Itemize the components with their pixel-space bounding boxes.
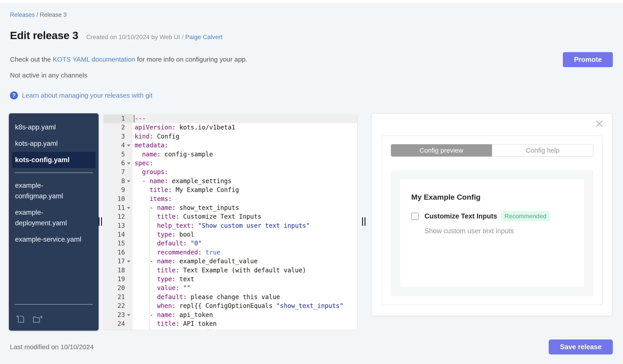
code-cell[interactable]: type: bool xyxy=(133,230,357,239)
code-cell[interactable]: - name: api_token xyxy=(133,311,357,319)
created-by-link[interactable]: Paige Calvert xyxy=(185,34,222,40)
git-releases-link[interactable]: ? Learn about managing your releases wit… xyxy=(10,91,152,99)
fold-arrow-icon[interactable] xyxy=(127,162,131,164)
fold-arrow-icon[interactable] xyxy=(127,144,131,147)
code-line: 21 default: please change this value xyxy=(104,293,357,302)
code-line: 5 name: config-sample xyxy=(104,150,357,159)
code-cell[interactable]: type: text xyxy=(133,275,357,283)
code-cell[interactable]: type: password xyxy=(133,328,357,330)
config-preview-card: Config previewConfig help My Example Con… xyxy=(382,136,602,305)
close-icon xyxy=(595,119,604,128)
code-line: 13 help_text: "Show custom user text inp… xyxy=(104,221,357,230)
code-cell[interactable]: metadata: xyxy=(133,141,357,150)
code-cell[interactable]: default: "0" xyxy=(133,239,357,248)
gutter-cell: 15 xyxy=(104,239,133,248)
tab-config-preview[interactable]: Config preview xyxy=(391,144,492,157)
code-cell[interactable]: kind: Config xyxy=(133,132,357,141)
sidebar-bottom-divider xyxy=(15,304,93,304)
line-number: 19 xyxy=(104,275,133,283)
panel-resize-handle[interactable] xyxy=(362,217,365,226)
tab-config-help[interactable]: Config help xyxy=(492,144,593,157)
add-file-icon xyxy=(16,314,26,324)
code-cell[interactable]: items: xyxy=(133,195,357,203)
code-cell[interactable]: - name: example_settings xyxy=(133,177,357,185)
last-modified-text: Last modified on 10/10/2024 xyxy=(10,343,94,351)
line-number: 13 xyxy=(104,221,133,230)
code-cell[interactable]: default: please change this value xyxy=(133,293,357,302)
top-strip xyxy=(0,0,623,3)
code-cell[interactable]: when: repl{{ ConfigOptionEquals "show_te… xyxy=(133,302,357,310)
sidebar-file-example-configmap.yaml[interactable]: example-configmap.yaml xyxy=(12,177,85,204)
gutter-cell: 25 xyxy=(104,328,133,330)
gutter-cell: 3 xyxy=(104,132,133,141)
code-line: 10 items: xyxy=(104,195,357,203)
sidebar-resize-handle[interactable] xyxy=(99,217,102,226)
fold-arrow-icon[interactable] xyxy=(127,180,131,182)
sidebar-file-example-service.yaml[interactable]: example-service.yaml xyxy=(12,231,85,248)
sidebar-divider xyxy=(15,173,93,173)
line-number: 21 xyxy=(104,293,133,302)
promote-button[interactable]: Promote xyxy=(563,52,613,67)
sidebar-file-kots-config.yaml[interactable]: kots-config.yaml xyxy=(12,152,95,168)
yaml-editor[interactable]: 1---2apiVersion: kots.io/v1beta13kind: C… xyxy=(104,113,357,330)
code-line: 6spec: xyxy=(104,159,357,168)
code-cell[interactable]: title: Text Example (with default value) xyxy=(133,266,357,275)
text-cursor xyxy=(134,115,134,122)
file-list-bottom: example-configmap.yamlexample-deployment… xyxy=(9,177,99,248)
fold-arrow-icon[interactable] xyxy=(127,261,131,263)
code-line: 12 title: Customize Text Inputs xyxy=(104,212,357,221)
fold-arrow-icon[interactable] xyxy=(127,207,131,209)
config-item-row: Customize Text Inputs Recommended xyxy=(411,211,573,221)
created-text: Created on 10/10/2024 by Web UI / xyxy=(86,34,185,40)
code-cell[interactable]: recommended: true xyxy=(133,248,357,257)
line-number: 16 xyxy=(104,248,133,257)
sidebar-file-example-deployment.yaml[interactable]: example-deployment.yaml xyxy=(12,204,85,231)
gutter-cell: 17 xyxy=(104,257,133,266)
indent-guide xyxy=(150,203,150,330)
code-cell[interactable]: help_text: "Show custom user text inputs… xyxy=(133,221,357,230)
code-cell[interactable]: - name: example_default_value xyxy=(133,257,357,266)
fold-arrow-icon[interactable] xyxy=(127,314,131,316)
line-number: 22 xyxy=(104,302,133,310)
code-cell[interactable]: groups: xyxy=(133,168,357,177)
sidebar-file-k8s-app.yaml[interactable]: k8s-app.yaml xyxy=(12,119,95,135)
code-cell[interactable]: title: API token xyxy=(133,319,357,328)
code-cell[interactable]: title: Customize Text Inputs xyxy=(133,212,357,221)
code-cell[interactable]: value: "" xyxy=(133,283,357,292)
config-preview-area: My Example Config Customize Text Inputs … xyxy=(391,170,593,296)
question-circle-icon: ? xyxy=(10,91,18,99)
save-release-button[interactable]: Save release xyxy=(549,340,613,355)
code-cell[interactable]: apiVersion: kots.io/v1beta1 xyxy=(133,123,357,132)
line-number: 18 xyxy=(104,266,133,275)
code-line: 9 title: My Example Config xyxy=(104,185,357,194)
config-item-help: Show custom user text inputs xyxy=(424,227,573,235)
gutter-cell: 23 xyxy=(104,311,133,319)
line-number: 9 xyxy=(104,185,133,194)
code-cell[interactable]: spec: xyxy=(133,159,357,168)
gutter-cell: 21 xyxy=(104,293,133,302)
code-line: 8 - name: example_settings xyxy=(104,177,357,185)
code-line: 1--- xyxy=(104,114,357,123)
customize-text-inputs-checkbox[interactable] xyxy=(411,213,419,220)
close-panel-button[interactable] xyxy=(595,119,604,128)
code-cell[interactable]: title: My Example Config xyxy=(133,185,357,194)
line-number: 10 xyxy=(104,195,133,203)
gutter-cell: 2 xyxy=(104,123,133,132)
code-line: 23 - name: api_token xyxy=(104,311,357,319)
kots-yaml-docs-link[interactable]: KOTS YAML documentation xyxy=(53,56,135,63)
code-cell[interactable]: --- xyxy=(133,114,357,123)
code-line: 22 when: repl{{ ConfigOptionEquals "show… xyxy=(104,302,357,310)
code-cell[interactable]: name: config-sample xyxy=(133,150,357,159)
breadcrumb-releases-link[interactable]: Releases xyxy=(10,12,35,18)
line-number: 3 xyxy=(104,132,133,141)
sidebar-file-kots-app.yaml[interactable]: kots-app.yaml xyxy=(12,135,95,152)
recommended-badge: Recommended xyxy=(501,211,550,221)
add-file-button[interactable] xyxy=(16,314,26,324)
code-line: 15 default: "0" xyxy=(104,239,357,248)
code-line: 24 title: API token xyxy=(104,319,357,328)
code-line: 7 groups: xyxy=(104,168,357,177)
add-folder-button[interactable] xyxy=(32,314,43,324)
gutter-cell: 10 xyxy=(104,195,133,203)
code-cell[interactable]: - name: show_text_inputs xyxy=(133,203,357,212)
created-info: Created on 10/10/2024 by Web UI / Paige … xyxy=(86,34,222,41)
